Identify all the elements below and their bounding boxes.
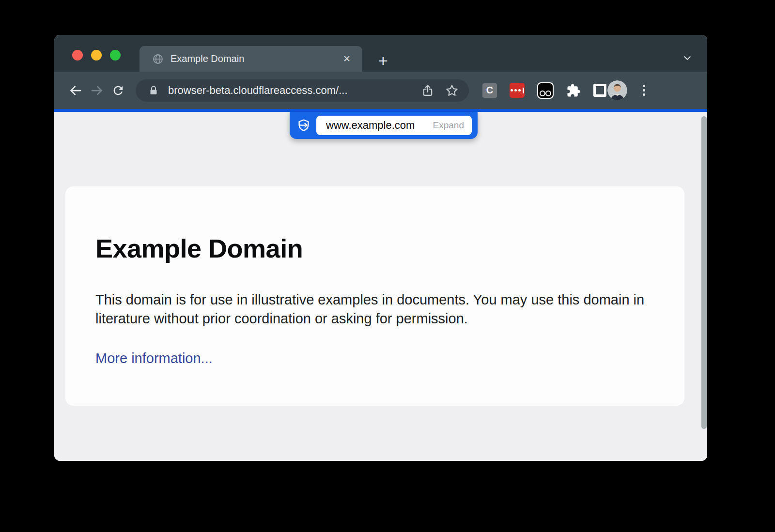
extensions-puzzle-icon[interactable] <box>566 83 581 98</box>
fullscreen-window-button[interactable] <box>110 50 121 61</box>
forward-button[interactable] <box>86 80 108 101</box>
desktop-background: Example Domain ✕ + <box>0 0 775 532</box>
extensions-row: C <box>482 82 606 99</box>
share-icon[interactable] <box>420 83 435 98</box>
window-controls <box>72 50 121 61</box>
scrollbar-thumb[interactable] <box>701 116 707 429</box>
minimize-window-button[interactable] <box>91 50 102 61</box>
shield-arrow-icon <box>296 118 311 133</box>
tab-close-icon[interactable]: ✕ <box>343 54 351 63</box>
toolbar: browser-beta.cloudflareaccess.com/... C <box>54 72 707 109</box>
close-window-button[interactable] <box>72 50 83 61</box>
extension-c-icon[interactable]: C <box>482 83 497 98</box>
lock-icon[interactable] <box>146 83 161 98</box>
page-title: Example Domain <box>95 235 684 262</box>
page-paragraph: This domain is for use in illustrative e… <box>95 290 653 328</box>
tab-strip: Example Domain ✕ + <box>54 35 707 72</box>
tab-list-chevron-icon[interactable] <box>681 53 694 63</box>
globe-favicon-icon <box>152 53 164 65</box>
tab-example-domain[interactable]: Example Domain ✕ <box>140 46 362 72</box>
address-bar[interactable]: browser-beta.cloudflareaccess.com/... <box>136 79 469 102</box>
page-content: www.example.com Expand Example Domain Th… <box>54 112 707 461</box>
new-tab-button[interactable]: + <box>374 51 392 70</box>
browser-window: Example Domain ✕ + <box>54 35 707 461</box>
isolation-indicator: www.example.com Expand <box>290 112 478 139</box>
extension-goggles-icon[interactable] <box>537 82 554 99</box>
browser-menu-icon[interactable] <box>640 82 648 99</box>
back-button[interactable] <box>65 80 86 101</box>
more-information-link[interactable]: More information... <box>95 350 213 366</box>
url-text: browser-beta.cloudflareaccess.com/... <box>168 84 348 97</box>
tab-title: Example Domain <box>170 53 244 64</box>
content-card: Example Domain This domain is for use in… <box>65 186 684 406</box>
bookmark-star-icon[interactable] <box>445 83 459 98</box>
profile-avatar[interactable] <box>607 80 627 100</box>
expand-button[interactable]: Expand <box>433 120 464 131</box>
reload-button[interactable] <box>108 80 129 101</box>
side-panel-icon[interactable] <box>593 84 606 97</box>
isolated-hostname: www.example.com <box>326 119 415 132</box>
extension-lastpass-icon[interactable] <box>510 83 525 98</box>
isolated-hostname-field[interactable]: www.example.com Expand <box>316 116 472 135</box>
